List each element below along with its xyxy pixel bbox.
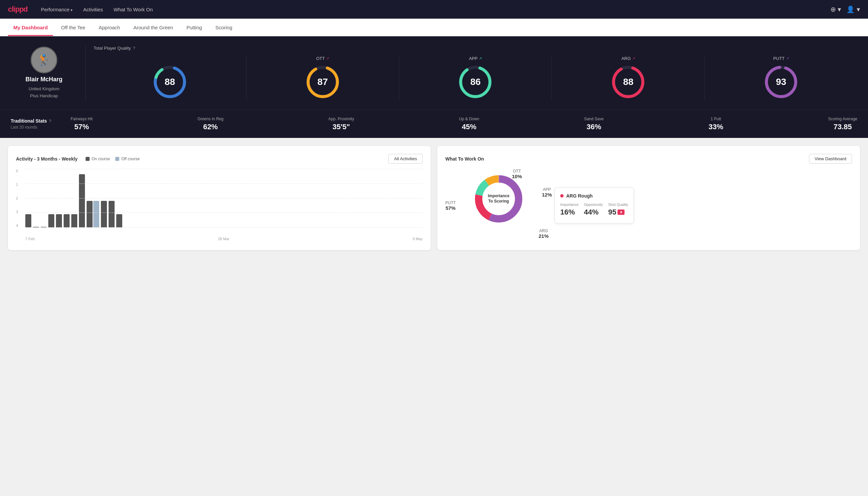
ring-ott: OTT ↗ 87 (247, 56, 399, 100)
top-nav: clippd Performance Activities What To Wo… (0, 0, 868, 19)
info-card-metrics: Importance 16% Opportunity 44% Shot Qual… (560, 203, 628, 217)
score-rings: 88 OTT ↗ 87 AP (94, 56, 857, 100)
bottom-grid: Activity - 3 Months - Weekly On course O… (0, 138, 868, 258)
info-shot-quality: Shot Quality 95 ▼ (608, 203, 628, 217)
ring-app-score: 86 (470, 77, 480, 87)
legend-on-course: On course (85, 157, 110, 161)
stat-1-putt: 1 Putt 33% (708, 117, 723, 131)
add-button[interactable]: ⊕ ▾ (830, 5, 841, 13)
bar-group-10 (101, 201, 107, 228)
chart-area: 4 3 2 1 0 (16, 169, 423, 235)
arrow-putt: ↗ (786, 56, 789, 61)
trad-stats-title: Traditional Stats ? (11, 118, 70, 124)
stat-app-proximity: App. Proximity 35'5" (328, 117, 354, 131)
help-icon-trad[interactable]: ? (49, 119, 51, 124)
nav-links: Performance Activities What To Work On (41, 7, 153, 12)
activity-card: Activity - 3 Months - Weekly On course O… (8, 146, 431, 250)
ring-arg-label: ARG ↗ (621, 56, 635, 61)
logo: clippd (8, 5, 28, 14)
nav-performance[interactable]: Performance (41, 7, 73, 12)
ring-putt: PUTT ↗ 93 (705, 56, 857, 100)
bars-container (25, 169, 423, 228)
tab-bar: My Dashboard Off the Tee Approach Around… (0, 19, 868, 36)
bar-group-5 (56, 214, 62, 228)
donut-label-putt: PUTT 57% (445, 201, 456, 211)
donut-wrap: Importance To Scoring (472, 172, 525, 226)
chart-x-labels: 7 Feb 28 Mar 9 May (16, 237, 423, 241)
divider (85, 46, 85, 100)
stat-sand-save: Sand Save 36% (584, 117, 604, 131)
metrics-section: Total Player Quality ? 88 OTT (94, 46, 857, 100)
ring-overall: 88 (94, 56, 247, 100)
stat-fairways-hit: Fairways Hit 57% (70, 117, 93, 131)
user-menu[interactable]: 👤 ▾ (846, 5, 860, 13)
nav-activities[interactable]: Activities (83, 7, 103, 12)
stat-up-and-down: Up & Down 45% (459, 117, 479, 131)
bar-group-3 (41, 227, 47, 228)
tab-scoring[interactable]: Scoring (210, 19, 237, 36)
bar-group-7 (71, 214, 77, 228)
player-country: United Kingdom Plus Handicap (29, 86, 60, 99)
all-activities-button[interactable]: All Activities (388, 154, 423, 164)
bar-group-2 (33, 227, 39, 228)
metrics-title: Total Player Quality ? (94, 46, 857, 51)
donut-svg-wrap: Importance To Scoring (472, 172, 525, 226)
info-card-dot (560, 194, 564, 198)
ring-overall-wrap: 88 (152, 64, 188, 100)
nav-what-to-work-on[interactable]: What To Work On (114, 7, 153, 12)
chart-y-labels: 4 3 2 1 0 (16, 169, 18, 228)
trad-stats-period: Last 20 rounds (11, 125, 70, 129)
stat-greens-in-reg: Greens In Reg 62% (198, 117, 223, 131)
wtw-title: What To Work On (445, 156, 484, 161)
ring-putt-label: PUTT ↗ (773, 56, 789, 61)
traditional-stats: Traditional Stats ? Last 20 rounds Fairw… (0, 110, 868, 138)
trad-stats-items: Fairways Hit 57% Greens In Reg 62% App. … (70, 117, 857, 131)
arrow-app: ↗ (479, 56, 482, 61)
hero-section: 🏌️ Blair McHarg United Kingdom Plus Hand… (0, 36, 868, 110)
ring-putt-score: 93 (776, 77, 786, 87)
info-opportunity: Opportunity 44% (584, 203, 603, 217)
donut-label-app: APP 12% (542, 187, 552, 198)
arrow-ott: ↗ (326, 56, 329, 61)
chart-legend: On course Off course (85, 157, 140, 161)
ring-arg-wrap: 88 (610, 64, 647, 100)
stat-scoring-average: Scoring Average 73.85 (828, 117, 857, 131)
legend-off-course-dot (115, 157, 119, 161)
ring-ott-label: OTT ↗ (316, 56, 329, 61)
ring-arg-score: 88 (623, 77, 633, 87)
down-badge: ▼ (617, 210, 625, 215)
bar-group-4 (48, 214, 54, 228)
trad-stats-label: Traditional Stats ? Last 20 rounds (11, 118, 70, 129)
legend-on-course-dot (85, 157, 90, 161)
tab-around-the-green[interactable]: Around the Green (128, 19, 178, 36)
info-card-title: ARG Rough (560, 193, 628, 199)
tab-my-dashboard[interactable]: My Dashboard (8, 19, 53, 36)
player-name: Blair McHarg (25, 76, 62, 83)
donut-label-arg: ARG 21% (539, 229, 549, 239)
help-icon[interactable]: ? (133, 46, 135, 51)
info-importance: Importance 16% (560, 203, 579, 217)
bar-group-8 (79, 174, 85, 228)
legend-off-course: Off course (115, 157, 140, 161)
wtw-content: OTT 10% APP 12% ARG 21% PUTT 57% (445, 169, 852, 242)
ring-app-wrap: 86 (457, 64, 494, 100)
ring-ott-wrap: 87 (304, 64, 341, 100)
ring-app: APP ↗ 86 (399, 56, 552, 100)
bar-on-1 (25, 214, 31, 228)
chart-container: 4 3 2 1 0 (16, 169, 423, 241)
chart-header-left: Activity - 3 Months - Weekly On course O… (16, 156, 140, 161)
tab-approach[interactable]: Approach (93, 19, 125, 36)
tab-putting[interactable]: Putting (181, 19, 207, 36)
bar-group-9 (86, 201, 99, 228)
nav-right: ⊕ ▾ 👤 ▾ (830, 5, 860, 13)
wtw-card-header: What To Work On View Dashboard (445, 154, 852, 164)
info-card: ARG Rough Importance 16% Opportunity 44%… (555, 188, 634, 223)
ring-overall-label (169, 56, 171, 61)
donut-chart-area: OTT 10% APP 12% ARG 21% PUTT 57% (445, 169, 552, 242)
chart-title: Activity - 3 Months - Weekly (16, 156, 78, 161)
view-dashboard-button[interactable]: View Dashboard (809, 154, 852, 164)
bar-group-12 (116, 214, 122, 228)
bar-group-6 (64, 214, 69, 228)
tab-off-the-tee[interactable]: Off the Tee (56, 19, 91, 36)
ring-app-label: APP ↗ (469, 56, 482, 61)
